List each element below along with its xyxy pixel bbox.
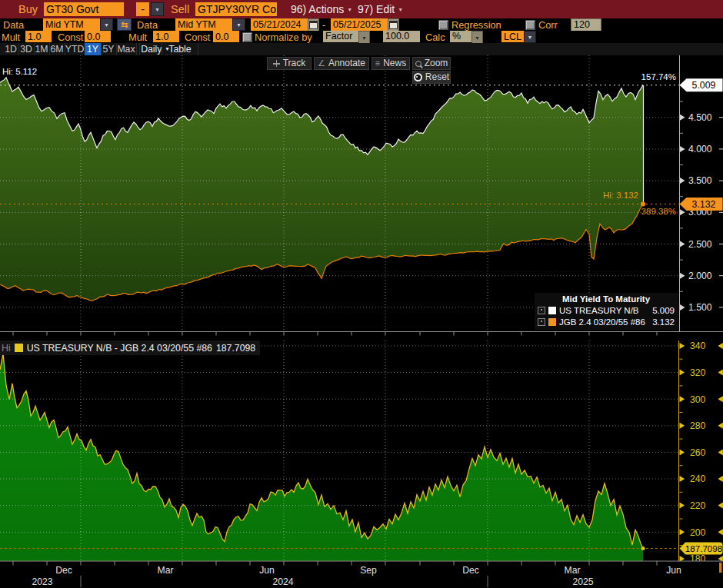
chevron-down-icon: ▼ <box>398 7 403 12</box>
calc-settings-row: Mult 1.0 Const 0.0 Mult 1.0 Const 0.0 No… <box>0 31 723 43</box>
corr-window-input[interactable]: 120 <box>571 18 601 32</box>
corr-checkbox[interactable] <box>525 20 535 30</box>
sell-security-input[interactable]: GTJPY30YR Co <box>195 2 277 16</box>
data-type-select-2[interactable]: Mid YTM <box>175 18 235 31</box>
chevron-down-icon: ▼ <box>104 22 109 28</box>
svg-text:Jun: Jun <box>666 565 681 576</box>
reset-button[interactable]: Reset <box>412 71 451 84</box>
tab-1m[interactable]: 1M <box>34 43 50 55</box>
svg-text:Mar: Mar <box>565 565 581 576</box>
svg-text:5.009: 5.009 <box>692 80 716 91</box>
data-label-1: Data <box>3 19 24 31</box>
bottom-chart-canvas[interactable]: 180200220240260280300320340187.7098 <box>0 341 723 561</box>
factor-dropdown[interactable]: ▼ <box>358 31 370 44</box>
track-label: Track <box>283 58 306 69</box>
data-type-select-1[interactable]: Mid YTM <box>43 18 103 31</box>
annotate-button[interactable]: ∠Annotate <box>314 57 369 70</box>
svg-text:Hi: 5.112: Hi: 5.112 <box>2 67 37 76</box>
data-type-dropdown-2[interactable]: ▼ <box>232 18 245 31</box>
date-to-input[interactable]: 05/21/2025 <box>331 18 391 31</box>
normalize-factor-select[interactable]: Factor <box>323 31 362 42</box>
buy-security-input[interactable]: GT30 Govt <box>44 2 124 16</box>
spread-last-value: 187.7098 <box>216 343 255 354</box>
tab-ytd[interactable]: YTD <box>65 43 85 55</box>
mult-input-1[interactable]: 1.0 <box>25 31 52 42</box>
mult-input-2[interactable]: 1.0 <box>153 31 179 42</box>
expand-icon[interactable] <box>538 307 545 314</box>
calc-label: Calc <box>425 32 445 43</box>
const-input-2[interactable]: 0.0 <box>213 31 239 42</box>
legend-series-value: 3.132 <box>652 317 675 327</box>
data-type-dropdown-1[interactable]: ▼ <box>100 18 113 31</box>
time-axis: DecMarJunSepDecMarJun202320242025 <box>0 560 723 588</box>
svg-text:220: 220 <box>690 500 706 511</box>
tab-3d[interactable]: 3D <box>18 43 35 55</box>
svg-text:2.500: 2.500 <box>688 239 712 250</box>
date-from-calendar-button[interactable] <box>308 18 319 32</box>
tab-6m[interactable]: 6M <box>49 43 65 55</box>
legend-row-jgb[interactable]: JGB 2.4 03/20/55 #86 3.132 <box>538 316 675 327</box>
svg-text:260: 260 <box>690 447 706 458</box>
tab-5y[interactable]: 5Y <box>101 43 117 55</box>
svg-text:200: 200 <box>690 527 706 538</box>
date-from-input[interactable]: 05/21/2024 <box>251 18 312 31</box>
expand-icon[interactable] <box>538 318 545 326</box>
edit-menu-label: 97) Edit <box>358 3 395 15</box>
svg-text:Dec: Dec <box>462 565 479 576</box>
normalize-checkbox[interactable] <box>242 32 252 42</box>
chevron-down-icon: ▼ <box>236 22 242 28</box>
tab-1d[interactable]: 1D <box>3 43 19 55</box>
pencil-icon: ∠ <box>318 58 325 69</box>
operator-dropdown[interactable]: ▼ <box>151 2 164 16</box>
magnifier-icon <box>415 61 421 67</box>
chevron-down-icon: ▼ <box>528 35 533 40</box>
operator-field[interactable]: - <box>136 2 149 16</box>
calc-dropdown[interactable]: ▼ <box>471 31 483 44</box>
svg-text:389.38%: 389.38% <box>641 207 676 216</box>
svg-text:Sep: Sep <box>360 565 377 576</box>
svg-text:280: 280 <box>690 420 706 431</box>
mult-label-2: Mult <box>128 32 147 43</box>
svg-text:2023: 2023 <box>32 576 52 587</box>
legend-row-us-treasury[interactable]: US TREASURY N/B 5.009 <box>538 304 675 316</box>
track-button[interactable]: Track <box>267 57 312 70</box>
svg-text:300: 300 <box>690 394 706 405</box>
calendar-icon <box>389 21 398 29</box>
svg-text:320: 320 <box>690 367 706 378</box>
svg-text:240: 240 <box>690 473 706 484</box>
svg-text:2024: 2024 <box>272 576 293 587</box>
lcl-dropdown[interactable]: ▼ <box>524 31 536 43</box>
regression-checkbox[interactable] <box>438 20 448 30</box>
svg-text:3.132: 3.132 <box>692 199 716 210</box>
svg-text:Dec: Dec <box>55 565 72 576</box>
us-treasury-swatch <box>548 307 556 314</box>
mult-label-1: Mult <box>2 32 20 43</box>
table-button[interactable]: Table <box>162 43 198 55</box>
terminal-screen: Buy GT30 Govt - ▼ Sell GTJPY30YR Co 96) … <box>0 0 723 588</box>
factor-amount-input[interactable]: 100.0 <box>383 31 420 42</box>
tab-1y[interactable]: 1Y <box>85 43 102 55</box>
buy-label: Buy <box>18 3 38 15</box>
data-settings-row: Data Mid YTM ▼ ⇆ Data Mid YTM ▼ 05/21/20… <box>0 18 723 31</box>
news-label: News <box>383 58 406 69</box>
regression-label: Regression <box>451 19 501 31</box>
calendar-icon <box>309 21 318 29</box>
reset-record-icon <box>414 73 422 81</box>
data-label-2: Data <box>137 19 158 31</box>
actions-menu-label: 96) Actions <box>291 3 344 15</box>
chevron-down-icon: ▼ <box>362 35 367 41</box>
edit-menu[interactable]: 97) Edit ▼ <box>358 3 403 15</box>
spread-legend-strip[interactable]: Hi US TREASURY N/B - JGB 2.4 03/20/55 #8… <box>0 341 260 355</box>
legend-title: Mid Yield To Maturity <box>538 294 675 304</box>
legend-series-value: 5.009 <box>652 306 675 315</box>
actions-menu[interactable]: 96) Actions ▼ <box>291 3 352 15</box>
date-to-calendar-button[interactable] <box>388 18 399 32</box>
swap-securities-button[interactable]: ⇆ <box>117 18 132 31</box>
corr-label: Corr <box>538 19 558 31</box>
tab-max[interactable]: Max <box>116 43 137 55</box>
news-lines-icon: ≡ <box>375 58 380 69</box>
const-input-1[interactable]: 0.0 <box>85 31 111 42</box>
svg-text:Jun: Jun <box>259 565 275 576</box>
zoom-button[interactable]: Zoom <box>412 57 451 70</box>
news-button[interactable]: ≡News <box>371 57 410 70</box>
